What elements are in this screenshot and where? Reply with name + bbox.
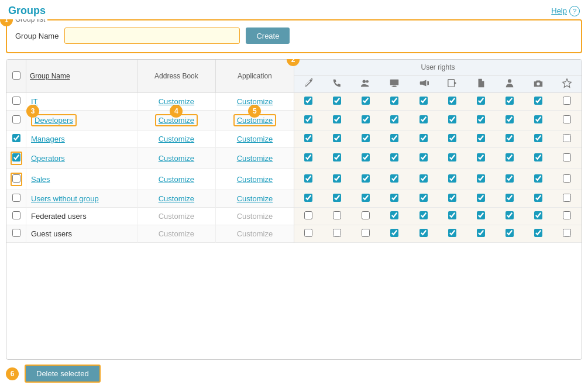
right-operators-1[interactable] — [323, 148, 352, 169]
row-checkbox-federated-users[interactable] — [12, 211, 20, 219]
col-group-name[interactable]: Group Name — [26, 60, 137, 93]
right-it-3[interactable] — [380, 93, 409, 111]
right-users-without-group-0[interactable] — [294, 190, 322, 208]
right-managers-8[interactable] — [524, 130, 553, 148]
right-sales-3[interactable] — [380, 169, 409, 190]
group-name-input[interactable] — [64, 28, 240, 44]
right-users-without-group-7[interactable] — [495, 190, 524, 208]
right-it-7[interactable] — [495, 93, 524, 111]
right-managers-9[interactable] — [553, 130, 582, 148]
right-sales-6[interactable] — [466, 169, 495, 190]
right-it-5[interactable] — [438, 93, 466, 111]
right-managers-5[interactable] — [438, 130, 466, 148]
right-operators-3[interactable] — [380, 148, 409, 169]
row-checkbox-developers[interactable] — [12, 115, 20, 123]
right-managers-7[interactable] — [495, 130, 524, 148]
right-developers-0[interactable] — [294, 111, 322, 130]
right-developers-9[interactable] — [553, 111, 582, 130]
delete-selected-button[interactable]: Delete selected — [25, 365, 101, 383]
right-operators-5[interactable] — [438, 148, 466, 169]
right-managers-4[interactable] — [409, 130, 438, 148]
right-developers-7[interactable] — [495, 111, 524, 130]
right-users-without-group-2[interactable] — [352, 190, 380, 208]
application-link-users-without-group[interactable]: Customize — [237, 194, 273, 203]
group-link-users-without-group[interactable]: Users without group — [31, 194, 99, 203]
right-guest-users-9[interactable] — [553, 225, 582, 243]
right-federated-users-4[interactable] — [409, 208, 438, 225]
right-developers-2[interactable] — [352, 111, 380, 130]
right-it-2[interactable] — [352, 93, 380, 111]
right-managers-2[interactable] — [352, 130, 380, 148]
right-guest-users-2[interactable] — [352, 225, 380, 243]
right-federated-users-0[interactable] — [294, 208, 322, 225]
right-federated-users-6[interactable] — [466, 208, 495, 225]
right-operators-9[interactable] — [553, 148, 582, 169]
right-sales-2[interactable] — [352, 169, 380, 190]
address-book-link-sales[interactable]: Customize — [159, 175, 194, 184]
right-it-0[interactable] — [294, 93, 322, 111]
checkbox-guest-users[interactable] — [6, 225, 26, 243]
row-checkbox-users-without-group[interactable] — [12, 194, 20, 202]
right-users-without-group-5[interactable] — [438, 190, 466, 208]
right-managers-0[interactable] — [294, 130, 322, 148]
right-federated-users-2[interactable] — [352, 208, 380, 225]
right-sales-0[interactable] — [294, 169, 322, 190]
right-guest-users-5[interactable] — [438, 225, 466, 243]
checkbox-managers[interactable] — [6, 130, 26, 148]
right-it-6[interactable] — [466, 93, 495, 111]
right-federated-users-9[interactable] — [553, 208, 582, 225]
right-guest-users-6[interactable] — [466, 225, 495, 243]
row-checkbox-it[interactable] — [12, 97, 20, 105]
right-federated-users-8[interactable] — [524, 208, 553, 225]
right-guest-users-7[interactable] — [495, 225, 524, 243]
right-federated-users-1[interactable] — [323, 208, 352, 225]
right-operators-0[interactable] — [294, 148, 322, 169]
address-book-link-users-without-group[interactable]: Customize — [159, 194, 194, 203]
row-checkbox-managers[interactable] — [12, 134, 20, 142]
right-managers-1[interactable] — [323, 130, 352, 148]
right-developers-4[interactable] — [409, 111, 438, 130]
right-it-4[interactable] — [409, 93, 438, 111]
group-link-developers[interactable]: Developers — [35, 116, 73, 125]
right-users-without-group-9[interactable] — [553, 190, 582, 208]
right-guest-users-0[interactable] — [294, 225, 322, 243]
right-developers-3[interactable] — [380, 111, 409, 130]
right-users-without-group-6[interactable] — [466, 190, 495, 208]
right-sales-7[interactable] — [495, 169, 524, 190]
right-federated-users-7[interactable] — [495, 208, 524, 225]
select-all-checkbox[interactable] — [12, 71, 20, 80]
right-sales-8[interactable] — [524, 169, 553, 190]
group-link-managers[interactable]: Managers — [31, 135, 65, 143]
right-developers-6[interactable] — [466, 111, 495, 130]
create-button[interactable]: Create — [246, 28, 290, 44]
right-users-without-group-8[interactable] — [524, 190, 553, 208]
address-book-link-operators[interactable]: Customize — [159, 154, 194, 163]
right-users-without-group-4[interactable] — [409, 190, 438, 208]
checkbox-sales[interactable] — [6, 169, 26, 190]
address-book-link-managers[interactable]: Customize — [159, 135, 194, 143]
right-it-1[interactable] — [323, 93, 352, 111]
checkbox-users-without-group[interactable] — [6, 190, 26, 208]
row-checkbox-guest-users[interactable] — [12, 229, 20, 237]
right-developers-8[interactable] — [524, 111, 553, 130]
right-it-9[interactable] — [553, 93, 582, 111]
application-link-managers[interactable]: Customize — [237, 135, 273, 143]
right-sales-1[interactable] — [323, 169, 352, 190]
right-guest-users-1[interactable] — [323, 225, 352, 243]
right-sales-9[interactable] — [553, 169, 582, 190]
right-sales-5[interactable] — [438, 169, 466, 190]
right-users-without-group-3[interactable] — [380, 190, 409, 208]
right-operators-8[interactable] — [524, 148, 553, 169]
checkbox-it[interactable] — [6, 93, 26, 111]
row-checkbox-operators[interactable] — [12, 153, 20, 161]
right-managers-6[interactable] — [466, 130, 495, 148]
checkbox-developers[interactable] — [6, 111, 26, 130]
right-operators-2[interactable] — [352, 148, 380, 169]
group-link-operators[interactable]: Operators — [31, 154, 65, 163]
application-link-operators[interactable]: Customize — [237, 154, 273, 163]
right-users-without-group-1[interactable] — [323, 190, 352, 208]
right-guest-users-4[interactable] — [409, 225, 438, 243]
right-federated-users-5[interactable] — [438, 208, 466, 225]
right-guest-users-3[interactable] — [380, 225, 409, 243]
right-sales-4[interactable] — [409, 169, 438, 190]
